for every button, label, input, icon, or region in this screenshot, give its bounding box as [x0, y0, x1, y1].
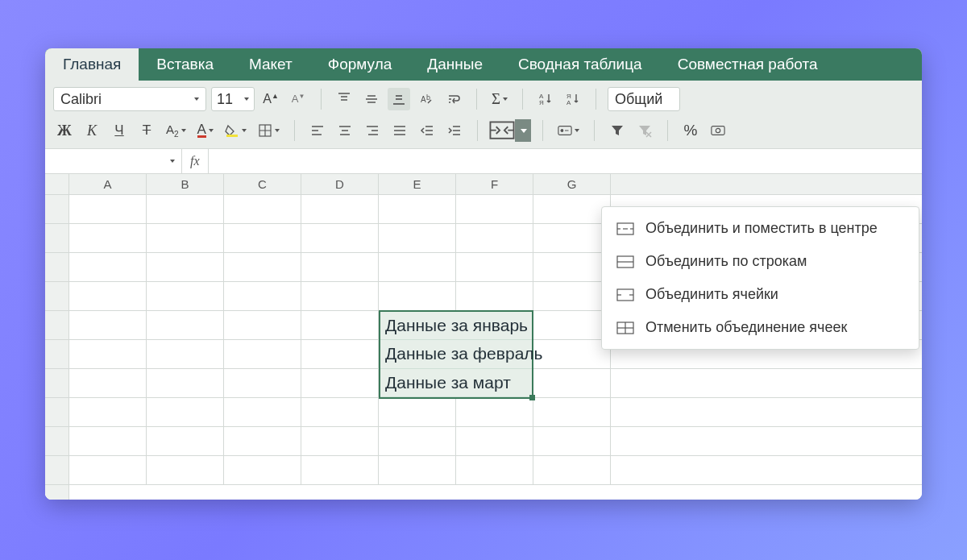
- number-format-value: Общий: [615, 91, 662, 108]
- merge-cells-button[interactable]: [489, 119, 515, 142]
- merge-cells-item[interactable]: Объединить ячейки: [602, 278, 919, 311]
- percent-button[interactable]: %: [679, 119, 702, 142]
- align-middle-icon[interactable]: [360, 88, 383, 110]
- subscript-button[interactable]: A2: [163, 119, 189, 142]
- number-format-select[interactable]: Общий: [608, 87, 680, 111]
- font-name-value: Calibri: [60, 91, 102, 108]
- tab-pivot[interactable]: Сводная таблица: [500, 48, 660, 81]
- merge-cells-splitbutton[interactable]: [489, 119, 531, 142]
- orientation-button[interactable]: Ab: [415, 88, 438, 110]
- align-right-icon[interactable]: [361, 119, 384, 142]
- row-headers: [45, 195, 69, 500]
- merge-across-item[interactable]: Объединить по строкам: [602, 245, 919, 278]
- indent-increase-icon[interactable]: [443, 119, 466, 142]
- italic-button[interactable]: К: [81, 119, 103, 142]
- merged-cell[interactable]: Данные за февраль: [380, 340, 532, 368]
- clear-filter-icon[interactable]: [633, 119, 656, 142]
- unmerge-cells-item[interactable]: Отменить объединение ячеек: [602, 311, 919, 344]
- column-header[interactable]: B: [147, 174, 224, 194]
- tab-data[interactable]: Данные: [409, 48, 500, 81]
- column-header[interactable]: D: [301, 174, 379, 194]
- sort-asc-icon[interactable]: АЯ: [534, 88, 557, 110]
- column-header[interactable]: C: [224, 174, 301, 194]
- svg-rect-47: [712, 127, 724, 135]
- font-color-button[interactable]: A: [194, 119, 217, 142]
- svg-text:Я: Я: [539, 99, 544, 106]
- indent-decrease-icon[interactable]: [416, 119, 438, 142]
- toolbar-row-1: Calibri 11 A▲ A▼ Ab Σ АЯ ЯА: [53, 87, 914, 111]
- merged-cell[interactable]: Данные за январь: [380, 312, 532, 340]
- font-increase-button[interactable]: A▲: [259, 88, 282, 110]
- borders-button[interactable]: [255, 119, 283, 142]
- align-justify-icon[interactable]: [388, 119, 411, 142]
- align-bottom-icon[interactable]: [388, 88, 410, 110]
- merge-center-item[interactable]: Объединить и поместить в центре: [602, 212, 919, 245]
- svg-point-43: [561, 130, 563, 132]
- merge-dropdown-toggle[interactable]: [515, 119, 531, 142]
- align-top-icon[interactable]: [333, 88, 355, 110]
- column-headers: A B C D E F G: [45, 174, 922, 195]
- wrap-text-button[interactable]: [442, 88, 465, 110]
- select-all-corner[interactable]: [45, 174, 69, 194]
- toolbar-row-2: Ж К Ч Т A2 A: [53, 119, 914, 142]
- app-window: Главная Вставка Макет Формула Данные Сво…: [45, 48, 922, 500]
- column-header[interactable]: F: [456, 174, 533, 194]
- svg-point-48: [716, 128, 720, 132]
- font-size-value: 11: [217, 91, 233, 108]
- tab-formula[interactable]: Формула: [310, 48, 410, 81]
- font-size-select[interactable]: 11: [211, 87, 255, 111]
- strike-button[interactable]: Т: [135, 119, 158, 142]
- sort-desc-icon[interactable]: ЯА: [562, 88, 584, 110]
- column-header[interactable]: G: [533, 174, 611, 194]
- font-decrease-button[interactable]: A▼: [287, 88, 309, 110]
- column-header[interactable]: E: [379, 174, 456, 194]
- name-box[interactable]: [45, 149, 182, 173]
- fill-handle[interactable]: [529, 395, 535, 400]
- selected-range[interactable]: Данные за январь Данные за февраль Данны…: [379, 310, 533, 399]
- filter-icon[interactable]: [606, 119, 629, 142]
- ribbon-toolbar: Calibri 11 A▲ A▼ Ab Σ АЯ ЯА: [45, 81, 922, 148]
- align-center-icon[interactable]: [334, 119, 356, 142]
- merge-dropdown-menu: Объединить и поместить в центре Объедини…: [601, 206, 919, 350]
- column-header[interactable]: A: [69, 174, 147, 194]
- tab-insert[interactable]: Вставка: [139, 48, 231, 81]
- svg-text:А: А: [567, 99, 571, 106]
- svg-text:b: b: [426, 93, 430, 102]
- underline-button[interactable]: Ч: [108, 119, 131, 142]
- font-name-select[interactable]: Calibri: [53, 87, 206, 111]
- fill-color-button[interactable]: [222, 119, 250, 142]
- ribbon-tabbar: Главная Вставка Макет Формула Данные Сво…: [45, 48, 922, 81]
- align-left-icon[interactable]: [306, 119, 329, 142]
- merged-cell[interactable]: Данные за март: [380, 369, 532, 397]
- tab-layout[interactable]: Макет: [231, 48, 310, 81]
- bold-button[interactable]: Ж: [53, 119, 76, 142]
- autosum-icon[interactable]: Σ: [488, 88, 511, 110]
- svg-rect-17: [226, 135, 238, 137]
- cell-styles-button[interactable]: [554, 119, 583, 142]
- currency-button[interactable]: [707, 119, 729, 142]
- column-header-rest: [611, 174, 922, 194]
- tab-collab[interactable]: Совместная работа: [660, 48, 836, 81]
- svg-text:A: A: [421, 95, 426, 104]
- tab-home[interactable]: Главная: [45, 48, 139, 81]
- formula-bar: fx: [45, 148, 922, 174]
- fx-label: fx: [182, 149, 209, 173]
